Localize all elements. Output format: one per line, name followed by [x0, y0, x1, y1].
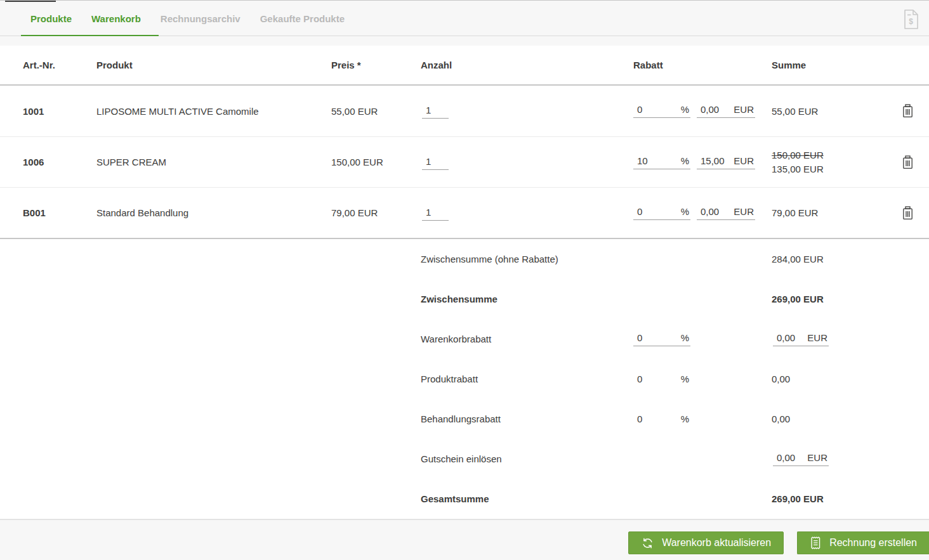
tab-rechnungsarchiv[interactable]: Rechnungsarchiv [161, 13, 240, 25]
subtotal-without-discounts-label: Zwischensumme (ohne Rabatte) [421, 254, 633, 264]
svg-text:$: $ [909, 17, 913, 26]
voucher-amount-field: EUR [773, 452, 829, 466]
table-row: B001 Standard Behandlung 79,00 EUR % EUR… [0, 187, 929, 238]
cart-page: Produkte Warenkorb Rechnungsarchiv Gekau… [0, 0, 929, 560]
quantity-field [422, 205, 449, 221]
item-sum-original: 150,00 EUR [772, 148, 886, 162]
item-art-nr: 1006 [23, 157, 96, 167]
create-invoice-label: Rechnung erstellen [829, 537, 917, 549]
item-name: SUPER CREAM [96, 157, 331, 167]
subtotal-without-discounts-value: 284,00 EUR [772, 254, 929, 264]
treatment-discount-percent-value: 0 [633, 413, 642, 424]
active-tab-underline [21, 35, 159, 36]
subtotal-row: Zwischensumme 269,00 EUR [0, 279, 929, 319]
percent-suffix: % [681, 332, 690, 343]
trash-icon [902, 206, 914, 220]
discount-percent-field: % [633, 155, 690, 169]
percent-suffix: % [681, 155, 690, 166]
receipt-icon [810, 536, 822, 550]
cart-discount-label: Warenkorbrabatt [421, 334, 633, 344]
treatment-discount-row: Behandlungsrabatt 0 % 0,00 [0, 399, 929, 439]
billing-icon-button[interactable]: $ [902, 9, 921, 32]
item-art-nr: 1001 [23, 106, 96, 117]
delete-item-button[interactable] [898, 101, 918, 120]
delete-item-button[interactable] [898, 204, 918, 223]
discount-amount-input[interactable] [697, 206, 734, 217]
item-name: LIPOSOME MULTI ACTIVE Camomile [96, 106, 331, 117]
product-discount-row: Produktrabatt 0 % 0,00 [0, 359, 929, 399]
item-sum: 150,00 EUR 135,00 EUR [772, 148, 886, 176]
cart-discount-percent-field: % [633, 332, 690, 346]
trash-icon [902, 155, 914, 169]
discount-amount-input[interactable] [697, 104, 734, 115]
treatment-discount-amount: 0,00 [772, 413, 929, 424]
subtotal-without-discounts-row: Zwischensumme (ohne Rabatte) 284,00 EUR [0, 239, 929, 279]
subtotal-label: Zwischensumme [421, 294, 633, 304]
header-preis: Preis * [331, 60, 421, 70]
quantity-input[interactable] [422, 103, 449, 118]
create-invoice-button[interactable]: Rechnung erstellen [797, 531, 929, 554]
header-anzahl: Anzahl [421, 60, 633, 70]
discount-percent-field: % [633, 104, 690, 118]
voucher-row: Gutschein einlösen EUR [0, 439, 929, 479]
percent-suffix: % [681, 206, 690, 217]
header-produkt: Produkt [96, 60, 331, 70]
item-sum-discounted: 135,00 EUR [772, 164, 824, 174]
quantity-field [422, 103, 449, 119]
table-row: 1006 SUPER CREAM 150,00 EUR % EUR 150, [0, 136, 929, 187]
header-art-nr: Art.-Nr. [23, 60, 96, 70]
table-row: 1001 LIPOSOME MULTI ACTIVE Camomile 55,0… [0, 86, 929, 136]
cart-discount-amount-input[interactable] [773, 332, 807, 343]
update-cart-button[interactable]: Warenkorb aktualisieren [628, 531, 784, 554]
percent-suffix: % [681, 374, 690, 384]
update-cart-label: Warenkorb aktualisieren [662, 537, 771, 549]
delete-item-button[interactable] [898, 153, 918, 172]
cart-summary: Zwischensumme (ohne Rabatte) 284,00 EUR … [0, 239, 929, 519]
grand-total-value: 269,00 EUR [772, 493, 929, 504]
tab-warenkorb[interactable]: Warenkorb [91, 13, 141, 25]
item-name: Standard Behandlung [96, 207, 331, 218]
window-edge-artifact [5, 1, 56, 2]
refresh-icon [641, 537, 654, 550]
discount-percent-input[interactable] [633, 206, 681, 217]
header-rabatt: Rabatt [633, 60, 772, 70]
quantity-input[interactable] [422, 205, 449, 220]
product-discount-label: Produktrabatt [421, 374, 633, 384]
item-art-nr: B001 [23, 207, 96, 218]
currency-suffix: EUR [734, 155, 755, 166]
cart-discount-percent-input[interactable] [633, 332, 681, 343]
discount-amount-field: EUR [697, 155, 755, 169]
discount-amount-field: EUR [697, 206, 755, 220]
currency-suffix: EUR [807, 332, 829, 343]
main-tabs: Produkte Warenkorb Rechnungsarchiv Gekau… [0, 1, 929, 25]
header-summe: Summe [772, 60, 886, 70]
cart-discount-amount-field: EUR [773, 332, 829, 346]
subtotal-value: 269,00 EUR [772, 294, 929, 304]
grand-total-row: Gesamtsumme 269,00 EUR [0, 479, 929, 519]
product-discount-percent: 0 % [633, 374, 690, 384]
quantity-field [422, 155, 449, 170]
discount-amount-input[interactable] [697, 155, 734, 166]
cart-discount-row: Warenkorbrabatt % EUR [0, 319, 929, 359]
tab-produkte[interactable]: Produkte [30, 13, 72, 25]
cart-items: 1001 LIPOSOME MULTI ACTIVE Camomile 55,0… [0, 86, 929, 239]
treatment-discount-percent: 0 % [633, 413, 690, 424]
invoice-dollar-icon: $ [903, 9, 919, 30]
voucher-amount-input[interactable] [773, 452, 807, 463]
tab-bar: Produkte Warenkorb Rechnungsarchiv Gekau… [0, 0, 929, 46]
discount-percent-input[interactable] [633, 104, 681, 115]
discount-percent-input[interactable] [633, 155, 681, 166]
grand-total-label: Gesamtsumme [421, 493, 633, 504]
product-discount-amount: 0,00 [772, 374, 929, 384]
treatment-discount-label: Behandlungsrabatt [421, 413, 633, 424]
item-price: 79,00 EUR [331, 207, 421, 218]
product-discount-percent-value: 0 [633, 374, 642, 384]
currency-suffix: EUR [734, 104, 755, 115]
quantity-input[interactable] [422, 155, 449, 169]
trash-icon [902, 104, 914, 118]
action-bar: Warenkorb aktualisieren Rechnung erstell… [0, 519, 929, 560]
item-sum: 55,00 EUR [772, 106, 886, 117]
percent-suffix: % [681, 104, 690, 115]
tab-gekaufte-produkte[interactable]: Gekaufte Produkte [260, 13, 345, 25]
discount-percent-field: % [633, 206, 690, 220]
